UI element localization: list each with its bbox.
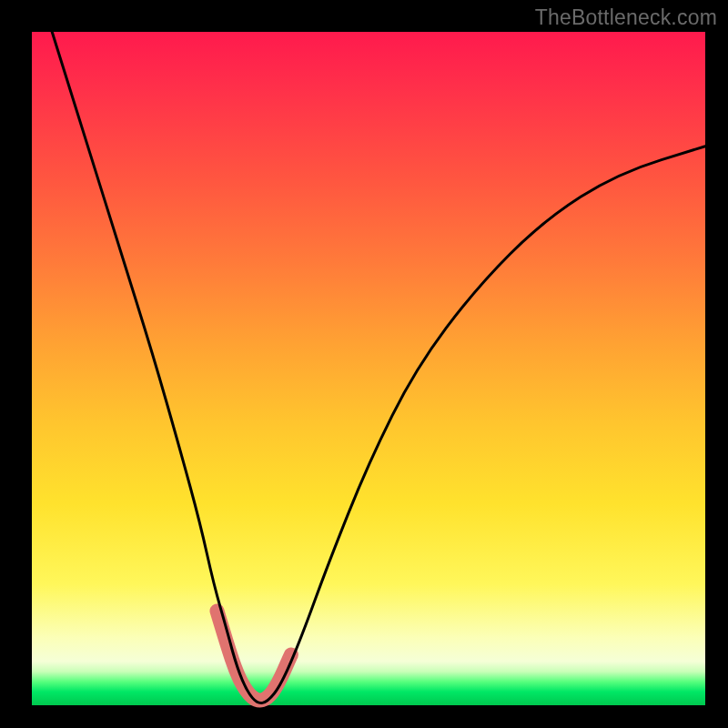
- bottleneck-curve: [52, 32, 705, 703]
- watermark-text: TheBottleneck.com: [535, 5, 717, 30]
- chart-frame: TheBottleneck.com: [0, 0, 728, 728]
- plot-area: [32, 32, 705, 705]
- curve-svg: [32, 32, 705, 705]
